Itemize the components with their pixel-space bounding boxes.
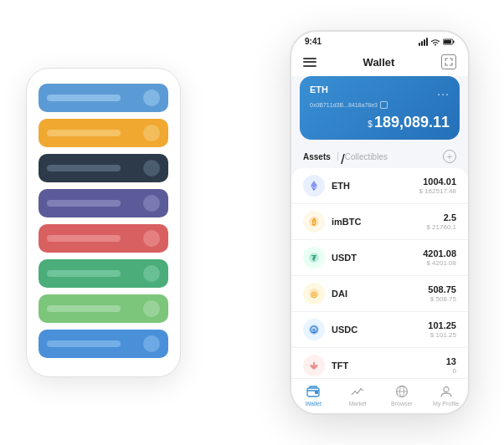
asset-row-dai[interactable]: ◎ DAI 508.75 $ 508.75	[291, 276, 468, 312]
profile-nav-icon	[439, 384, 454, 399]
expand-button[interactable]	[441, 54, 456, 69]
bottom-nav: Wallet Market Browser My Profile	[291, 378, 468, 413]
usdt-icon: ₮	[303, 247, 325, 269]
bg-card-2	[39, 119, 168, 147]
bg-card-1	[39, 84, 168, 112]
copy-icon[interactable]	[380, 101, 388, 109]
assets-header: Assets / Collectibles +	[291, 146, 468, 168]
dai-values: 508.75 $ 508.75	[428, 284, 456, 303]
svg-point-22	[444, 387, 449, 392]
asset-list: ETH 1004.01 $ 162517.48 ₿ imBTC 2.5 $ 21…	[291, 168, 468, 378]
nav-market[interactable]: Market	[336, 384, 380, 407]
usdc-amount: 101.25	[428, 320, 456, 330]
menu-button[interactable]	[303, 58, 316, 67]
usdt-values: 4201.08 $ 4201.08	[423, 248, 456, 267]
background-phone	[26, 68, 181, 377]
bg-card-5-text	[47, 235, 121, 242]
dai-amount: 508.75	[428, 284, 456, 294]
eth-address: 0x0B711d3B...8418a78e3	[310, 101, 450, 109]
tft-usd: 0	[446, 367, 456, 375]
bg-card-5-icon	[143, 230, 160, 247]
usdc-name: USDC	[332, 325, 428, 335]
eth-usd: $ 162517.48	[419, 187, 457, 195]
eth-currency: $	[368, 120, 373, 129]
eth-values: 1004.01 $ 162517.48	[419, 176, 457, 195]
wallet-nav-label: Wallet	[306, 401, 321, 407]
tab-collectibles[interactable]: Collectibles	[345, 152, 388, 161]
bg-card-8	[39, 330, 168, 358]
svg-text:$: $	[312, 328, 316, 335]
market-nav-icon	[350, 384, 365, 399]
bg-card-4-icon	[143, 195, 160, 212]
browser-nav-label: Browser	[391, 401, 413, 407]
profile-nav-label: My Profile	[433, 401, 459, 407]
eth-amount-val: 1004.01	[419, 176, 457, 187]
eth-name: ETH	[332, 181, 419, 191]
bg-card-4	[39, 189, 168, 217]
usdt-amount: 4201.08	[423, 248, 456, 258]
svg-point-16	[354, 391, 356, 392]
asset-row-tft[interactable]: TFT 13 0	[291, 348, 468, 378]
svg-marker-3	[311, 181, 317, 188]
add-asset-button[interactable]: +	[443, 150, 456, 163]
usdc-values: 101.25 $ 101.25	[428, 320, 456, 339]
bg-card-7-icon	[143, 300, 160, 317]
asset-row-eth[interactable]: ETH 1004.01 $ 162517.48	[291, 168, 468, 204]
imbtc-icon: ₿	[303, 211, 325, 233]
bg-card-6	[39, 259, 168, 288]
bg-card-7	[39, 294, 168, 323]
wifi-icon	[430, 38, 440, 46]
usdt-name: USDT	[332, 253, 423, 263]
nav-wallet[interactable]: Wallet	[291, 384, 336, 407]
svg-rect-1	[453, 40, 455, 43]
eth-icon	[303, 175, 325, 197]
eth-card-label: ETH	[310, 84, 328, 95]
bg-card-2-icon	[143, 125, 160, 141]
svg-text:₿: ₿	[311, 217, 316, 227]
scene: 9:41	[9, 9, 495, 436]
bg-card-8-icon	[143, 335, 160, 352]
tft-name: TFT	[332, 361, 446, 371]
asset-row-usdc[interactable]: $ USDC 101.25 $ 101.25	[291, 312, 468, 348]
asset-row-usdt[interactable]: ₮ USDT 4201.08 $ 4201.08	[291, 240, 468, 276]
nav-profile[interactable]: My Profile	[424, 384, 468, 407]
imbtc-name: imBTC	[332, 217, 426, 227]
asset-row-imbtc[interactable]: ₿ imBTC 2.5 $ 21760.1	[291, 204, 468, 240]
bg-card-3-icon	[143, 160, 160, 176]
usdc-icon: $	[303, 319, 325, 340]
svg-rect-2	[444, 40, 451, 43]
usdt-usd: $ 4201.08	[423, 259, 456, 267]
nav-browser[interactable]: Browser	[380, 384, 424, 407]
bg-card-7-text	[47, 305, 121, 312]
eth-card-menu[interactable]: ...	[437, 84, 450, 98]
tab-divider: /	[337, 152, 338, 161]
phone-header: Wallet	[291, 49, 468, 76]
eth-card-top: ETH ...	[310, 84, 450, 98]
bg-card-1-text	[47, 95, 121, 101]
bg-card-3	[39, 154, 168, 182]
status-time: 9:41	[305, 37, 321, 46]
tft-icon	[303, 355, 325, 376]
bg-card-6-text	[47, 270, 121, 277]
svg-point-18	[360, 388, 362, 390]
eth-card[interactable]: ETH ... 0x0B711d3B...8418a78e3 $189,089.…	[300, 76, 460, 140]
imbtc-values: 2.5 $ 21760.1	[426, 212, 456, 231]
tab-assets[interactable]: Assets	[303, 152, 331, 161]
status-icons	[419, 38, 455, 46]
wallet-nav-icon	[306, 384, 321, 399]
signal-icon	[419, 38, 428, 46]
browser-nav-icon	[394, 384, 409, 399]
wallet-title: Wallet	[363, 56, 395, 69]
tft-amount: 13	[446, 356, 456, 366]
svg-point-17	[357, 392, 358, 394]
tft-values: 13 0	[446, 356, 456, 375]
svg-text:₮: ₮	[311, 254, 317, 263]
status-bar: 9:41	[291, 32, 468, 49]
dai-icon: ◎	[303, 283, 325, 304]
assets-tabs: Assets / Collectibles	[303, 152, 388, 161]
bg-card-4-text	[47, 200, 121, 207]
bg-card-1-icon	[143, 90, 160, 106]
eth-amount: $189,089.11	[310, 114, 450, 131]
svg-text:◎: ◎	[311, 290, 317, 299]
dai-name: DAI	[332, 289, 428, 299]
